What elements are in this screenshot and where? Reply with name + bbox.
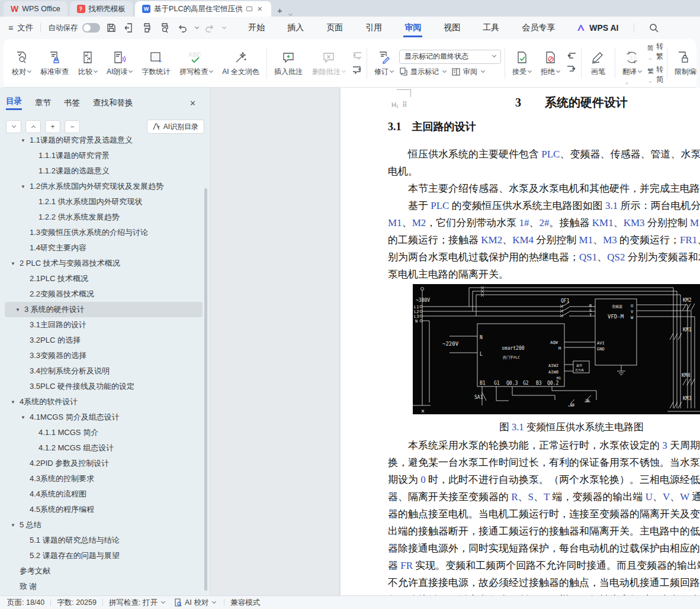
tab-list-chevron-icon[interactable]	[288, 12, 293, 16]
compare-button[interactable]: 比较	[75, 47, 101, 79]
insert-comment-button[interactable]: 插入批注	[271, 47, 306, 79]
ai-recognize-toc-button[interactable]: AI识别目录	[147, 120, 204, 134]
spellcheck-status[interactable]: 拼写检查: 打开	[109, 598, 165, 608]
menu-tab-0[interactable]: 开始	[247, 18, 266, 37]
track-changes-button[interactable]: 修订	[371, 47, 397, 79]
toc-item-17[interactable]: ▼4系统的软件设计	[0, 394, 210, 410]
translate-button[interactable]: 文A 翻译	[619, 47, 645, 79]
delete-comment-button[interactable]: 删除批注	[309, 47, 349, 79]
print-icon[interactable]	[140, 21, 153, 34]
toc-item-13[interactable]: 3.2PLC 的选择	[0, 333, 210, 348]
toc-item-21[interactable]: 4.2PID 参数及控制设计	[0, 456, 210, 471]
toc-zoom-in-button[interactable]: +	[45, 120, 60, 133]
to-traditional-button[interactable]: 简→ 转繁	[647, 41, 663, 62]
heading-level-marker[interactable]: H₁ ⠿	[391, 101, 406, 109]
proofread-button[interactable]: 校对	[8, 47, 34, 79]
undo-chevron-icon[interactable]	[195, 24, 199, 28]
toc-item-24[interactable]: 4.5系统的程序编程	[0, 502, 210, 517]
collapse-arrow-icon[interactable]: ▼	[11, 399, 20, 405]
collapse-arrow-icon[interactable]: ▼	[11, 261, 20, 266]
toc-item-29[interactable]: 致 谢	[0, 579, 210, 594]
sidebar-tab-toc[interactable]: 目录	[6, 96, 22, 110]
float-window-icon[interactable]	[246, 7, 252, 11]
previous-comment-icon[interactable]	[351, 51, 363, 61]
show-markup-button[interactable]: 显示标记	[399, 67, 446, 77]
toc-item-28[interactable]: 参考文献	[0, 563, 210, 579]
spell-check-button[interactable]: ABC 拼写检查	[176, 47, 216, 79]
toc-item-11[interactable]: ▼3 系统的硬件设计	[5, 302, 203, 317]
compatibility-mode-indicator[interactable]: 兼容模式	[230, 598, 260, 608]
tab-docer-templates[interactable]: ᠀ 找稻壳模板	[70, 1, 133, 17]
menu-tab-7[interactable]: 会员专享	[521, 18, 556, 37]
close-tab-icon[interactable]: ✕	[257, 5, 262, 13]
toc-item-3[interactable]: ▼1.2供水系统国内外研究现状及发展趋势	[0, 179, 210, 194]
collapse-arrow-icon[interactable]: ▼	[21, 415, 30, 420]
search-icon[interactable]	[647, 21, 660, 34]
word-count-indicator[interactable]: 字数: 20259	[57, 598, 97, 608]
redo-chevron-icon[interactable]	[222, 24, 226, 28]
sidebar-tab-find-replace[interactable]: 查找和替换	[93, 98, 133, 108]
toc-item-4[interactable]: 1.2.1 供水系统国内外研究现状	[0, 194, 210, 210]
toc-item-1[interactable]: 1.1.1课题的研究背景	[0, 148, 210, 163]
toc-item-25[interactable]: ▼5 总结	[0, 517, 210, 533]
toc-item-7[interactable]: 1.4研究主要内容	[0, 240, 210, 256]
restrict-edit-button[interactable]: 限制编辑	[671, 47, 696, 79]
ai-polish-button[interactable]: AI 全文润色	[219, 47, 263, 79]
toc-item-19[interactable]: 4.1.1 MCGS 简介	[0, 425, 210, 440]
toc-item-8[interactable]: ▼2 PLC 技术与变频器技术概况	[0, 256, 210, 271]
toc-item-27[interactable]: 5.2 课题存在的问题与展望	[0, 548, 210, 563]
page-indicator[interactable]: 页面: 18/40	[7, 598, 44, 608]
save-icon[interactable]	[105, 21, 118, 34]
markup-state-select[interactable]: 显示标记的最终状态	[399, 50, 501, 64]
document-page[interactable]: H₁ ⠿ 3 系统的硬件设计 3.1 主回路的设计 恒压供水系统的主要硬件包含 …	[341, 88, 700, 595]
toc-item-18[interactable]: ▼4.1MCGS 简介及组态设计	[0, 410, 210, 425]
menu-tab-1[interactable]: 插入	[286, 18, 305, 37]
print-preview-icon[interactable]	[158, 21, 171, 34]
wps-ai-button[interactable]: WPS AI	[576, 23, 618, 33]
toc-zoom-out-button[interactable]: −	[65, 120, 80, 133]
collapse-arrow-icon[interactable]: ▼	[11, 523, 20, 528]
toc-item-10[interactable]: 2.2变频器技术概况	[0, 286, 210, 302]
collapse-arrow-icon[interactable]: ▼	[15, 307, 24, 312]
drag-handle-icon[interactable]: ⠿	[402, 101, 407, 109]
menu-tab-2[interactable]: 页面	[325, 18, 344, 37]
collapse-arrow-icon[interactable]: ▼	[21, 184, 30, 189]
sidebar-tab-bookmarks[interactable]: 书签	[64, 98, 80, 108]
toc-expand-button[interactable]	[6, 120, 21, 133]
standard-review-button[interactable]: 标准审查	[37, 47, 72, 79]
reject-revision-button[interactable]: 拒绝	[537, 47, 563, 79]
group-expand-icon[interactable]: ⌟	[625, 79, 628, 85]
collapse-arrow-icon[interactable]: ▼	[21, 138, 30, 143]
menu-tab-4[interactable]: 审阅	[403, 18, 422, 37]
toc-item-16[interactable]: 3.5PLC 硬件接线及功能的设定	[0, 379, 210, 394]
toc-item-5[interactable]: 1.2.2 供水系统发展趋势	[0, 210, 210, 225]
accept-revision-button[interactable]: 接受	[509, 47, 535, 79]
toc-item-9[interactable]: 2.1PLC 技术概况	[0, 271, 210, 286]
toc-item-0[interactable]: ▼1.1课题的研究背景及选题意义	[0, 133, 210, 148]
toc-item-12[interactable]: 3.1主回路的设计	[0, 317, 210, 333]
export-icon[interactable]	[123, 21, 136, 34]
new-tab-button[interactable]: +	[271, 5, 287, 17]
menu-tab-5[interactable]: 视图	[442, 18, 461, 37]
toc-item-23[interactable]: 4.4系统的流程图	[0, 486, 210, 502]
circuit-diagram-image[interactable]: ~380VL1L2L3NQF1RST变频器VFD-MUVWAVIGND~220V…	[413, 284, 700, 414]
file-menu[interactable]: 文件	[17, 22, 33, 33]
previous-revision-icon[interactable]	[566, 52, 577, 62]
toc-item-22[interactable]: 4.3系统的控制要求	[0, 471, 210, 486]
toc-item-20[interactable]: 4.1.2 MCGS 组态设计	[0, 440, 210, 456]
review-pane-button[interactable]: 审阅	[452, 67, 484, 77]
tab-wps-office[interactable]: W WPS Office	[4, 1, 68, 17]
next-comment-icon[interactable]	[351, 66, 363, 75]
ai-read-aloud-button[interactable]: AI朗读	[103, 47, 136, 79]
ai-proofread-status[interactable]: AI 校对	[174, 598, 216, 608]
ink-brush-button[interactable]: 画笔	[585, 47, 611, 79]
toc-item-14[interactable]: 3.3变频器的选择	[0, 348, 210, 363]
redo-icon[interactable]	[203, 21, 216, 34]
toc-item-26[interactable]: 5.1 课题的研究总结与结论	[0, 533, 210, 548]
word-count-button[interactable]: 12+ 字数统计	[138, 47, 174, 79]
main-menu-icon[interactable]: ≡	[8, 23, 12, 33]
tab-document[interactable]: W 基于PLC的高层住宅恒压供水 ✕	[135, 1, 271, 17]
toc-item-2[interactable]: 1.1.2课题的选题意义	[0, 163, 210, 179]
toc-collapse-button[interactable]	[25, 120, 41, 133]
autosave-toggle[interactable]	[82, 23, 100, 33]
